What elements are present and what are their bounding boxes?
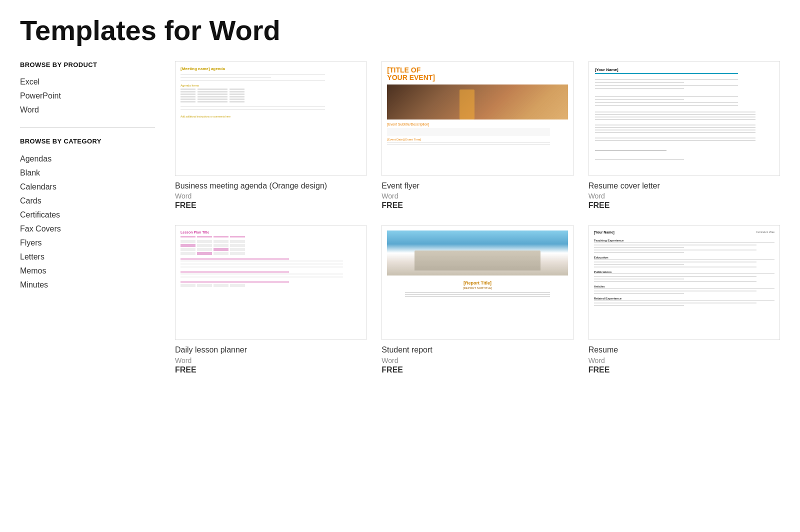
template-price-4: FREE: [175, 366, 366, 374]
browse-by-category-label: BROWSE BY CATEGORY: [20, 138, 155, 146]
template-price-1: FREE: [175, 201, 366, 210]
sidebar-item-flyers[interactable]: Flyers: [20, 236, 155, 250]
sidebar-item-blank[interactable]: Blank: [20, 166, 155, 180]
template-name-5: Student report: [382, 345, 573, 356]
template-product-5: Word: [382, 356, 573, 364]
template-price-5: FREE: [382, 366, 573, 374]
template-product-6: Word: [588, 356, 780, 364]
sidebar-item-minutes[interactable]: Minutes: [20, 278, 155, 292]
template-card-daily-lesson-planner[interactable]: Lesson Plan Title: [175, 225, 366, 374]
sidebar-item-fax-covers[interactable]: Fax Covers: [20, 222, 155, 236]
template-thumbnail-resume-cover: [Your Name]: [588, 61, 780, 176]
template-thumbnail-lesson: Lesson Plan Title: [175, 225, 366, 340]
layout: BROWSE BY PRODUCT Excel PowerPoint Word …: [20, 61, 780, 375]
student-photo: [387, 230, 568, 276]
sidebar-item-excel[interactable]: Excel: [20, 75, 155, 89]
template-card-event-flyer[interactable]: [TITLE OFYOUR EVENT] [Event Subtitle/Des…: [382, 61, 573, 210]
category-links: Agendas Blank Calendars Cards Certificat…: [20, 152, 155, 292]
template-name-2: Event flyer: [382, 181, 573, 192]
sidebar-item-calendars[interactable]: Calendars: [20, 180, 155, 194]
template-card-business-meeting-agenda[interactable]: [Meeting name] agenda Agenda Items: [175, 61, 366, 210]
sidebar: BROWSE BY PRODUCT Excel PowerPoint Word …: [20, 61, 155, 375]
template-name-4: Daily lesson planner: [175, 345, 366, 356]
sidebar-item-certificates[interactable]: Certificates: [20, 208, 155, 222]
template-price-3: FREE: [588, 201, 780, 210]
thumb-event-content: [TITLE OFYOUR EVENT] [Event Subtitle/Des…: [382, 62, 572, 176]
thumb-resume-cover-content: [Your Name]: [589, 62, 780, 176]
event-photo: [387, 84, 568, 120]
template-thumbnail-agenda: [Meeting name] agenda Agenda Items: [175, 61, 366, 176]
template-product-4: Word: [175, 356, 366, 364]
template-product-2: Word: [382, 192, 573, 200]
thumb-lesson-content: Lesson Plan Title: [176, 226, 366, 340]
sidebar-divider: [20, 127, 155, 128]
template-name-3: Resume cover letter: [588, 181, 780, 192]
template-thumbnail-resume-academic: [Your Name] Curriculum Vitae Teaching Ex…: [588, 225, 780, 340]
template-thumbnail-student: [Report Title] [REPORT SUBTITLE]: [382, 225, 573, 340]
template-thumbnail-event: [TITLE OFYOUR EVENT] [Event Subtitle/Des…: [382, 61, 573, 176]
sidebar-item-letters[interactable]: Letters: [20, 250, 155, 264]
thumb-resume-academic-content: [Your Name] Curriculum Vitae Teaching Ex…: [589, 226, 780, 340]
sidebar-item-cards[interactable]: Cards: [20, 194, 155, 208]
template-card-student-report[interactable]: [Report Title] [REPORT SUBTITLE] Student…: [382, 225, 573, 374]
template-price-6: FREE: [588, 366, 780, 374]
sidebar-item-agendas[interactable]: Agendas: [20, 152, 155, 166]
thumb-student-content: [Report Title] [REPORT SUBTITLE]: [382, 226, 572, 340]
sidebar-item-memos[interactable]: Memos: [20, 264, 155, 278]
browse-by-product-label: BROWSE BY PRODUCT: [20, 61, 155, 70]
template-name-1: Business meeting agenda (Orange design): [175, 181, 366, 192]
template-card-resume[interactable]: [Your Name] Curriculum Vitae Teaching Ex…: [588, 225, 780, 374]
page-title: Templates for Word: [20, 15, 780, 46]
thumb-agenda-content: [Meeting name] agenda Agenda Items: [176, 62, 366, 176]
template-product-3: Word: [588, 192, 780, 200]
sidebar-item-powerpoint[interactable]: PowerPoint: [20, 89, 155, 103]
template-name-6: Resume: [588, 345, 780, 356]
template-card-resume-cover-letter[interactable]: [Your Name]: [588, 61, 780, 210]
product-links: Excel PowerPoint Word: [20, 75, 155, 117]
templates-grid: [Meeting name] agenda Agenda Items: [175, 61, 780, 375]
template-product-1: Word: [175, 192, 366, 200]
main-content: [Meeting name] agenda Agenda Items: [175, 61, 780, 375]
sidebar-item-word[interactable]: Word: [20, 103, 155, 117]
template-price-2: FREE: [382, 201, 573, 210]
